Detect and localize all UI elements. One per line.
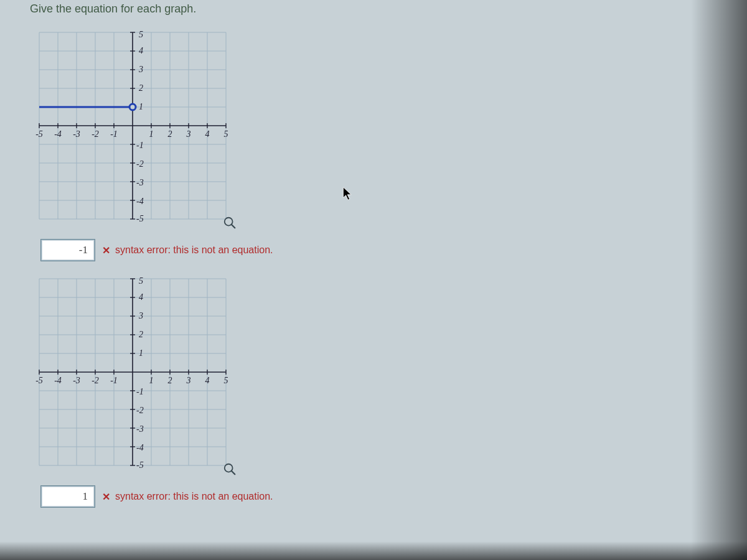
svg-text:4: 4 [205, 129, 210, 139]
svg-line-133 [232, 471, 235, 475]
svg-text:2: 2 [139, 83, 143, 93]
screen-edge-bottom [0, 541, 747, 560]
svg-text:-2: -2 [136, 159, 144, 169]
magnify-icon[interactable] [223, 216, 237, 230]
svg-text:1: 1 [139, 102, 143, 111]
plot-line-1 [39, 104, 136, 110]
coordinate-grid-2: -5 -4 -3 -2 -1 1 2 3 4 5 1 2 3 4 5 -1 -2 [30, 269, 235, 475]
svg-text:-2: -2 [92, 129, 99, 139]
svg-text:5: 5 [139, 30, 143, 39]
svg-text:4: 4 [205, 376, 210, 385]
error-message-2: ✕ syntax error: this is not an equation. [102, 491, 273, 503]
svg-text:1: 1 [139, 348, 143, 358]
svg-text:3: 3 [186, 129, 191, 139]
svg-text:-1: -1 [136, 387, 144, 396]
svg-text:-2: -2 [92, 376, 99, 385]
svg-text:3: 3 [138, 65, 143, 74]
graph-block-2: -5 -4 -3 -2 -1 1 2 3 4 5 1 2 3 4 5 -1 -2 [30, 269, 747, 507]
svg-text:1: 1 [149, 376, 154, 385]
x-icon: ✕ [102, 245, 110, 256]
answer-input-2[interactable] [41, 486, 95, 507]
error-text-2: syntax error: this is not an equation. [115, 491, 273, 502]
svg-text:-2: -2 [136, 406, 144, 415]
svg-text:5: 5 [224, 129, 228, 139]
svg-text:-4: -4 [136, 197, 144, 206]
svg-point-65 [129, 104, 136, 110]
svg-text:3: 3 [186, 376, 191, 385]
svg-text:-4: -4 [54, 376, 62, 385]
magnify-icon[interactable] [223, 462, 237, 476]
svg-text:2: 2 [168, 129, 172, 139]
page-title: Give the equation for each graph. [30, 0, 747, 23]
svg-line-67 [232, 225, 235, 228]
svg-text:1: 1 [149, 129, 154, 139]
svg-text:-4: -4 [54, 129, 62, 139]
svg-text:5: 5 [224, 376, 228, 385]
svg-text:-5: -5 [35, 129, 43, 139]
svg-text:-5: -5 [35, 376, 43, 385]
svg-text:4: 4 [139, 292, 143, 302]
svg-text:-1: -1 [110, 376, 118, 385]
svg-text:4: 4 [139, 46, 143, 55]
svg-text:5: 5 [139, 276, 143, 286]
graph-block-1: -5 -4 -3 -2 -1 1 2 3 4 5 1 2 3 4 5 -1 -2 [30, 23, 747, 261]
svg-text:2: 2 [139, 330, 143, 339]
svg-text:-1: -1 [136, 141, 144, 150]
svg-text:3: 3 [138, 311, 143, 320]
svg-text:-1: -1 [110, 129, 118, 139]
svg-text:-5: -5 [136, 460, 144, 470]
answer-input-1[interactable] [41, 240, 95, 261]
svg-text:-5: -5 [136, 214, 144, 223]
svg-text:-3: -3 [73, 129, 80, 139]
svg-text:-3: -3 [73, 376, 80, 385]
x-icon: ✕ [102, 491, 110, 503]
svg-text:-4: -4 [136, 443, 144, 452]
svg-text:-3: -3 [136, 424, 144, 434]
error-text-1: syntax error: this is not an equation. [115, 245, 273, 256]
error-message-1: ✕ syntax error: this is not an equation. [102, 245, 273, 256]
svg-text:-3: -3 [136, 178, 144, 187]
svg-text:2: 2 [168, 376, 172, 385]
coordinate-grid-1: -5 -4 -3 -2 -1 1 2 3 4 5 1 2 3 4 5 -1 -2 [30, 23, 235, 228]
